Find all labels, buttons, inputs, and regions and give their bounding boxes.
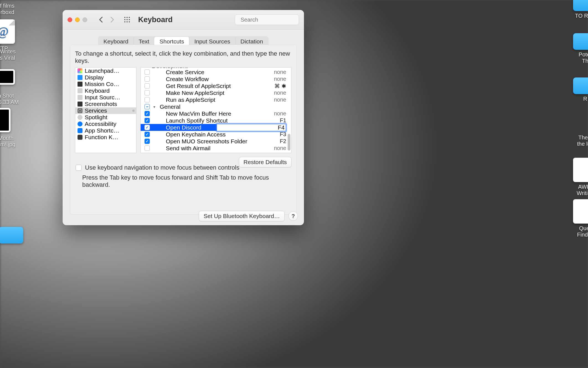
thumbnail-icon [0,108,11,132]
category-input-sources[interactable]: Input Sourc… [75,94,136,101]
shortcuts-list[interactable]: ▾ Development Create Servicenone Create … [140,67,292,153]
system-preferences-window: Keyboard Keyboard Text Shortcuts Input S… [63,10,304,225]
category-services[interactable]: Services [75,107,136,114]
show-all-button[interactable] [123,16,131,24]
checkbox[interactable] [145,146,150,151]
svg-point-8 [129,21,130,22]
desktop-item[interactable] [0,227,30,245]
forward-button [108,15,117,24]
desktop-item[interactable] [0,108,22,134]
folder-icon [573,0,588,11]
thumbnail-icon [0,69,15,85]
close-button[interactable] [68,17,72,22]
document-icon [573,199,588,224]
desktop-item[interactable]: The c the lov [566,116,588,147]
checkbox[interactable] [145,111,150,116]
desktop-item[interactable]: AWP- Writing [566,158,588,196]
spotlight-icon [78,115,82,120]
grid-icon [124,16,130,23]
checkbox[interactable] [145,90,150,95]
keyboard-icon [78,88,82,93]
kb-nav-subtext: Press the Tab key to move focus forward … [82,174,291,188]
checkbox[interactable] [145,97,150,102]
checkbox[interactable] [145,139,150,144]
shortcut-row[interactable]: Send with Airmailnone [141,145,286,152]
group-header-development[interactable]: ▾ Development [141,68,286,69]
chevron-right-icon [110,17,115,23]
shortcut-key-editor[interactable]: F4 [216,124,286,131]
svg-point-0 [124,17,125,18]
shortcut-row[interactable]: Launch Spotify ShortcutF1 [141,117,286,124]
kb-nav-checkbox[interactable] [76,165,82,171]
svg-point-4 [127,19,128,20]
group-header-general[interactable]: ▾ General [141,103,286,110]
category-accessibility[interactable]: Accessibility [75,121,136,127]
svg-point-5 [129,19,130,20]
category-function-keys[interactable]: Function K… [75,134,136,141]
category-screenshots[interactable]: Screenshots [75,101,136,107]
category-launchpad[interactable]: Launchpad… [75,68,136,74]
document-icon [573,158,588,182]
launchpad-icon [78,68,82,73]
titlebar: Keyboard [63,10,304,30]
category-list[interactable]: Launchpad… Display Mission Co… Keyboard … [75,67,136,153]
checkbox[interactable] [145,118,150,123]
category-display[interactable]: Display [75,74,136,81]
accessibility-icon [78,121,82,126]
kb-nav-label: Use keyboard navigation to move focus be… [85,164,239,171]
category-app-shortcuts[interactable]: App Shortc… [75,127,136,134]
window-footer: Set Up Bluetooth Keyboard… ? [63,211,304,221]
shortcut-row-selected[interactable]: Open Discord F4 [141,124,286,131]
desktop-item[interactable]: et Mouth anism!.jpg [0,135,22,148]
desktop-item[interactable]: TTP [0,19,22,52]
category-spotlight[interactable]: Spotlight [75,114,136,121]
svg-point-3 [124,19,125,20]
chevron-down-icon: ▾ [145,68,148,68]
desktop-item[interactable]: Quer Find lit [566,199,588,238]
checkbox[interactable] [145,132,150,137]
apple-system-icon [145,104,150,109]
instruction-text: To change a shortcut, select it, click t… [75,50,292,64]
desktop-item[interactable]: een Shot 08…6.33 AM [0,93,22,105]
desktop-item[interactable]: Old Writes ..oes Viral [0,48,22,61]
window-title: Keyboard [138,15,173,24]
desktop-item[interactable]: Poter Th [566,33,588,64]
scrollbar-thumb[interactable] [288,134,290,151]
keyboard-navigation-section: Use keyboard navigation to move focus be… [76,164,291,188]
checkbox[interactable] [145,125,150,130]
input-sources-icon [78,95,82,100]
bluetooth-keyboard-button[interactable]: Set Up Bluetooth Keyboard… [199,211,285,221]
category-mission-control[interactable]: Mission Co… [75,81,136,87]
search-field[interactable] [235,14,299,25]
minimize-button[interactable] [75,17,80,22]
mission-control-icon [78,82,82,87]
svg-point-6 [124,21,125,22]
desktop-item[interactable]: st of films ..tterboxd [0,3,22,15]
desktop-item[interactable]: TO REA [566,0,588,19]
checkbox[interactable] [145,83,150,89]
app-shortcuts-icon [78,128,82,133]
desktop-item[interactable]: R [566,77,588,102]
display-icon [78,75,82,80]
help-button[interactable]: ? [288,211,298,221]
shortcut-row[interactable]: New MacVim Buffer Herenone [141,110,286,117]
modified-indicator-icon [132,110,135,112]
shortcut-row[interactable]: Create Workflownone [141,76,286,82]
checkbox[interactable] [145,76,150,82]
shortcut-row[interactable]: Open MUO Screenshots FolderF2 [141,138,286,145]
back-button[interactable] [97,15,105,24]
checkbox[interactable] [145,69,150,75]
shortcuts-panel: To change a shortcut, select it, click t… [70,45,297,215]
shortcut-row[interactable]: Run as AppleScriptnone [141,96,286,103]
nav-arrows [97,15,117,24]
search-input[interactable] [240,16,304,23]
chevron-down-icon: ▾ [153,105,156,109]
shortcut-row[interactable]: Get Result of AppleScript⌘ ✱ [141,82,286,89]
shortcut-row[interactable]: Open Keychain AccessF3 [141,131,286,138]
category-keyboard[interactable]: Keyboard [75,87,136,94]
shortcut-row[interactable]: Make New AppleScriptnone [141,89,286,96]
chevron-left-icon [99,17,104,23]
services-icon [78,108,82,113]
desktop-item[interactable] [0,69,22,86]
svg-point-1 [127,17,128,18]
